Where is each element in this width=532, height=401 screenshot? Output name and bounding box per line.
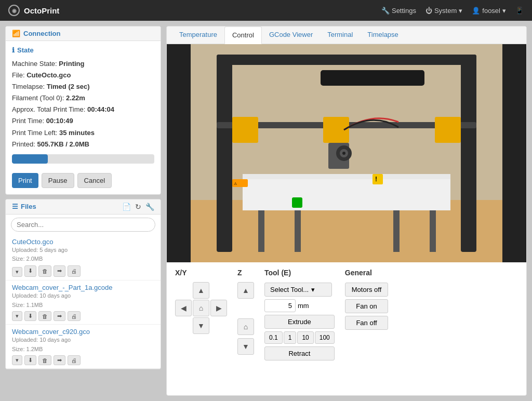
pause-button[interactable]: Pause <box>42 173 74 188</box>
tab-gcode-viewer[interactable]: GCode Viewer <box>262 26 320 44</box>
connection-box: 📶 Connection ℹ State Machine State: Prin… <box>5 26 161 195</box>
system-label: System <box>434 7 457 15</box>
z-section: Z ▲ ⌂ ▼ <box>237 269 254 355</box>
search-box <box>6 215 161 235</box>
file-name-3[interactable]: Webcam_cover_c920.gco <box>12 328 154 336</box>
file-download-btn-3[interactable]: ⬇ <box>24 355 36 365</box>
print-time-label: Print Time: <box>12 117 44 125</box>
progress-bar-fill <box>12 154 48 164</box>
print-time-left-label: Print Time Left: <box>12 129 57 137</box>
file-icon[interactable]: 📄 <box>122 203 131 211</box>
file-info-btn-2[interactable]: ➡ <box>54 311 65 321</box>
retract-button[interactable]: Retract <box>264 346 335 360</box>
user-nav[interactable]: 👤 foosel ▾ <box>472 7 506 15</box>
file-size-1: Size: 2.0MB <box>12 255 154 264</box>
xy-up-button[interactable]: ▲ <box>193 282 209 299</box>
xy-right-button[interactable]: ▶ <box>210 300 227 316</box>
file-load-btn-2[interactable]: ▾ <box>12 311 22 321</box>
files-header: ☰ Files 📄 ↻ 🔧 <box>6 199 161 215</box>
svg-rect-4 <box>217 55 476 65</box>
file-actions-1: ▾ ⬇ 🗑 ➡ 🖨 <box>12 265 154 277</box>
tab-control[interactable]: Control <box>224 26 262 44</box>
direction-grid: ▲ ◀ ⌂ ▶ ▼ <box>175 282 227 334</box>
settings-label: Settings <box>392 7 416 15</box>
progress-bar-container <box>12 154 154 164</box>
approx-row: Approx. Total Print Time: 00:44:04 <box>12 104 154 115</box>
print-button[interactable]: Print <box>12 173 38 188</box>
state-rows: Machine State: Printing File: CuteOcto.g… <box>12 58 154 150</box>
list-item: Webcam_cover_-_Part_1a.gcode Uploaded: 1… <box>6 280 161 325</box>
list-icon: ☰ <box>12 203 18 210</box>
file-delete-btn-2[interactable]: 🗑 <box>38 311 51 321</box>
xy-down-button[interactable]: ▼ <box>193 317 209 334</box>
xy-left-button[interactable]: ◀ <box>175 300 192 316</box>
mobile-nav[interactable]: 📱 <box>515 7 524 15</box>
main-container: 📶 Connection ℹ State Machine State: Prin… <box>0 21 532 401</box>
xy-title: X/Y <box>175 269 227 277</box>
file-delete-btn-3[interactable]: 🗑 <box>38 355 51 365</box>
empty-1 <box>175 282 192 299</box>
step-0.1-button[interactable]: 0.1 <box>264 331 283 344</box>
files-label: Files <box>21 203 36 210</box>
system-nav[interactable]: ⏻ System ▾ <box>425 7 462 15</box>
file-print-btn-1[interactable]: 🖨 <box>68 265 81 277</box>
svg-rect-7 <box>243 174 450 179</box>
tool-section: Tool (E) Select Tool... ▾ mm Extrude 0.1… <box>264 269 335 360</box>
motors-off-button[interactable]: Motors off <box>345 283 389 297</box>
refresh-icon[interactable]: ↻ <box>135 203 141 211</box>
file-load-btn-3[interactable]: ▾ <box>12 355 22 365</box>
system-caret: ▾ <box>459 7 462 15</box>
select-tool-button[interactable]: Select Tool... ▾ <box>264 283 332 297</box>
search-input[interactable] <box>11 218 155 232</box>
step-10-button[interactable]: 10 <box>297 331 313 344</box>
file-info-btn-3[interactable]: ➡ <box>54 355 65 365</box>
z-home-button[interactable]: ⌂ <box>237 318 254 335</box>
printed-row: Printed: 505.7KB / 2.0MB <box>12 139 154 150</box>
print-time-left-value: 35 minutes <box>59 129 95 137</box>
file-delete-btn-1[interactable]: 🗑 <box>38 265 51 277</box>
power-icon: ⏻ <box>425 7 432 15</box>
machine-state-label: Machine State: <box>12 60 57 68</box>
file-load-btn-1[interactable]: ▾ <box>12 267 22 277</box>
file-print-btn-2[interactable]: 🖨 <box>68 311 81 321</box>
signal-icon: 📶 <box>12 30 20 37</box>
file-uploaded-2: Uploaded: 10 days ago <box>12 291 154 301</box>
svg-point-17 <box>342 152 345 155</box>
file-name-1[interactable]: CuteOcto.gco <box>12 238 154 246</box>
file-meta-2: Uploaded: 10 days ago Size: 1.1MB <box>12 291 154 310</box>
file-size-2: Size: 1.1MB <box>12 301 154 310</box>
tab-temperature[interactable]: Temperature <box>172 26 224 44</box>
step-100-button[interactable]: 100 <box>315 331 335 344</box>
step-1-button[interactable]: 1 <box>284 331 297 344</box>
tab-terminal[interactable]: Terminal <box>320 26 360 44</box>
wrench-files-icon[interactable]: 🔧 <box>145 203 154 211</box>
tab-timelapse[interactable]: Timelapse <box>360 26 405 44</box>
machine-state-row: Machine State: Printing <box>12 58 154 70</box>
svg-rect-18 <box>232 117 258 143</box>
general-section: General Motors off Fan on Fan off <box>345 269 389 330</box>
tool-title: Tool (E) <box>264 269 335 277</box>
mm-label: mm <box>298 302 309 310</box>
files-title: ☰ Files <box>12 203 119 210</box>
xy-home-button[interactable]: ⌂ <box>193 300 209 316</box>
file-actions-2: ▾ ⬇ 🗑 ➡ 🖨 <box>12 311 154 321</box>
mm-input[interactable] <box>264 299 296 312</box>
cancel-button[interactable]: Cancel <box>77 173 112 188</box>
extrude-button[interactable]: Extrude <box>264 315 335 329</box>
z-up-button[interactable]: ▲ <box>237 282 254 299</box>
filament-value: 2.22m <box>66 94 85 102</box>
fan-off-button[interactable]: Fan off <box>345 316 389 330</box>
file-download-btn-2[interactable]: ⬇ <box>24 311 36 321</box>
settings-nav[interactable]: 🔧 Settings <box>381 7 416 15</box>
right-panel: Temperature Control GCode Viewer Termina… <box>166 26 527 396</box>
file-print-btn-3[interactable]: 🖨 <box>68 355 81 365</box>
fan-on-button[interactable]: Fan on <box>345 299 389 313</box>
file-download-btn-1[interactable]: ⬇ <box>24 265 36 277</box>
user-icon: 👤 <box>472 7 480 15</box>
file-name-2[interactable]: Webcam_cover_-_Part_1a.gcode <box>12 284 154 291</box>
step-row: 0.1 1 10 100 <box>264 331 335 344</box>
connection-header: 📶 Connection <box>6 26 161 41</box>
z-down-button[interactable]: ▼ <box>237 338 254 355</box>
file-info-btn-1[interactable]: ➡ <box>54 265 65 277</box>
svg-text:⚠: ⚠ <box>234 182 237 185</box>
